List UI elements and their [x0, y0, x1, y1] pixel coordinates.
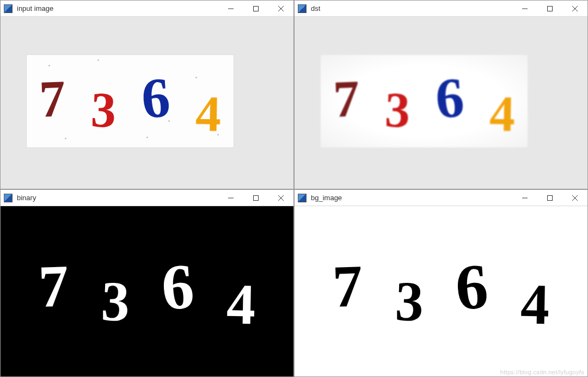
- digit-4: 4: [195, 88, 222, 139]
- svg-rect-13: [548, 195, 553, 200]
- digit-3: 3: [384, 84, 411, 135]
- digit-6: 6: [433, 69, 465, 127]
- titlebar-binary[interactable]: binary: [1, 190, 293, 206]
- digit-6: 6: [139, 69, 171, 127]
- titlebar-input-image[interactable]: input image: [1, 1, 293, 17]
- image-canvas: 7 3 6 4: [1, 206, 293, 376]
- noise-speck: [195, 77, 197, 78]
- digit-3: 3: [100, 273, 131, 330]
- digit-7: 7: [38, 256, 70, 317]
- minimize-button[interactable]: [512, 190, 537, 206]
- window-title: bg_image: [311, 194, 342, 202]
- app-icon: [298, 4, 307, 13]
- digit-7: 7: [332, 256, 364, 317]
- window-bg-image: bg_image 7 3 6 4 https://blog.csdn.net/l…: [294, 189, 588, 377]
- minimize-button[interactable]: [218, 1, 243, 17]
- image-canvas: 7 3 6 4: [1, 17, 293, 189]
- digit-row: 7 3 6 4: [295, 206, 587, 376]
- digit-7: 7: [333, 72, 360, 126]
- maximize-button[interactable]: [537, 1, 562, 17]
- image-canvas: 7 3 6 4: [295, 17, 587, 189]
- svg-rect-9: [254, 195, 259, 200]
- digit-6: 6: [160, 254, 196, 320]
- noise-speck: [217, 134, 219, 135]
- digit-4: 4: [226, 275, 256, 333]
- noise-speck: [65, 138, 66, 139]
- app-icon: [298, 194, 307, 202]
- window-title: input image: [17, 4, 53, 13]
- captcha-card: 7 3 6 4: [27, 55, 234, 147]
- close-button[interactable]: [268, 1, 293, 17]
- digit-6: 6: [454, 254, 490, 320]
- close-button[interactable]: [268, 190, 293, 206]
- maximize-button[interactable]: [243, 1, 268, 17]
- maximize-button[interactable]: [243, 190, 268, 206]
- digit-4: 4: [520, 275, 550, 333]
- noise-speck: [146, 137, 148, 138]
- digit-row: 7 3 6 4: [1, 206, 293, 376]
- digit-row: 7 3 6 4: [321, 55, 528, 147]
- app-icon: [4, 194, 13, 202]
- close-button[interactable]: [562, 190, 587, 206]
- svg-rect-1: [254, 6, 259, 11]
- svg-rect-5: [548, 6, 553, 11]
- close-button[interactable]: [562, 1, 587, 17]
- digit-3: 3: [90, 84, 117, 135]
- digit-7: 7: [39, 72, 66, 126]
- minimize-button[interactable]: [218, 190, 243, 206]
- titlebar-dst[interactable]: dst: [295, 1, 587, 17]
- titlebar-bg-image[interactable]: bg_image: [295, 190, 587, 206]
- window-title: dst: [311, 4, 320, 13]
- digit-4: 4: [489, 88, 516, 139]
- digit-row: 7 3 6 4: [27, 55, 234, 147]
- noise-speck: [97, 59, 99, 61]
- window-binary: binary 7 3 6 4: [0, 189, 294, 377]
- image-canvas: 7 3 6 4 https://blog.csdn.net/lyfugoyfs: [295, 206, 587, 376]
- captcha-card: 7 3 6 4: [321, 55, 528, 147]
- app-icon: [4, 4, 13, 13]
- minimize-button[interactable]: [512, 1, 537, 17]
- digit-3: 3: [394, 273, 425, 330]
- maximize-button[interactable]: [537, 190, 562, 206]
- window-dst: dst 7 3 6 4: [294, 0, 588, 189]
- window-title: binary: [17, 194, 36, 202]
- watermark-text: https://blog.csdn.net/lyfugoyfs: [500, 369, 584, 375]
- noise-speck: [168, 120, 170, 122]
- window-input-image: input image 7 3 6 4: [0, 0, 294, 189]
- noise-speck: [48, 65, 50, 66]
